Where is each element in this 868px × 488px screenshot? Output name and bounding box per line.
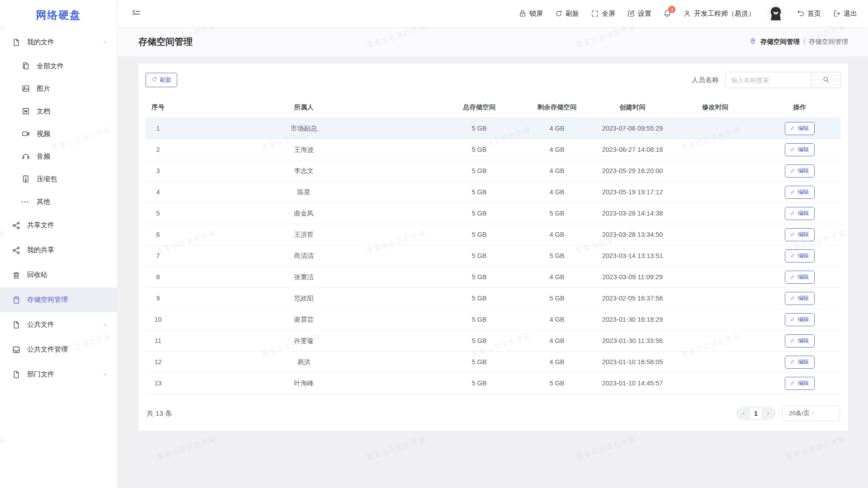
file-icon — [12, 370, 21, 379]
edit-button[interactable]: 编辑 — [785, 122, 815, 135]
table-row-7: 7商清清5 GB5 GB2023-03-14 13:13:51编辑 — [146, 245, 841, 267]
chevron-down-icon — [102, 322, 108, 328]
search-button[interactable] — [811, 72, 841, 88]
sidebar-subitem-archives[interactable]: 压缩包 — [0, 168, 117, 190]
sidebar-item-public-files-management[interactable]: 公共文件管理 — [0, 337, 117, 362]
chevron-down-icon — [810, 410, 816, 417]
topbar-lock-screen[interactable]: 锁屏 — [519, 9, 543, 18]
sidebar-item-my-shares[interactable]: 我的共享 — [0, 238, 117, 263]
refresh-icon — [151, 76, 157, 84]
table-cell: 李志文 — [170, 160, 437, 182]
edit-button[interactable]: 编辑 — [785, 334, 815, 347]
sidebar-subitem-all-files[interactable]: 全部文件 — [0, 55, 117, 77]
edit-button[interactable]: 编辑 — [785, 228, 815, 241]
table-cell: 2023-03-14 13:13:51 — [593, 245, 672, 267]
video-icon — [21, 129, 30, 138]
edit-button[interactable]: 编辑 — [785, 164, 815, 178]
sidebar-subitem-images[interactable]: 图片 — [0, 77, 117, 100]
table-cell: 2023-05-29 16:20:00 — [593, 160, 672, 182]
table-cell — [672, 288, 758, 309]
sidebar-subitem-others[interactable]: ···其他 — [0, 190, 117, 213]
breadcrumb: 存储空间管理 / 存储空间管理 — [749, 37, 848, 46]
edit-button-label: 编辑 — [798, 316, 809, 324]
page-number-current[interactable]: 1 — [750, 408, 762, 419]
search-icon — [822, 76, 830, 83]
edit-button[interactable]: 编辑 — [785, 313, 815, 326]
table-cell: 2023-06-27 14:08:18 — [593, 139, 672, 160]
user-icon — [683, 9, 691, 18]
refresh-icon — [151, 76, 157, 82]
table-cell: 王海波 — [170, 139, 437, 160]
table-cell: 4 GB — [521, 118, 593, 139]
table-cell — [672, 330, 758, 352]
table-cell: 范政阳 — [170, 288, 437, 309]
edit-button[interactable]: 编辑 — [785, 292, 815, 305]
edit-pen-icon — [790, 126, 796, 131]
table-row-6: 6王洪哲5 GB4 GB2023-03-28 13:34:50编辑 — [146, 224, 841, 245]
table-cell — [672, 182, 758, 203]
edit-button[interactable]: 编辑 — [785, 186, 815, 199]
topbar-current-user[interactable]: 开发工程师（易洪） — [683, 9, 755, 18]
edit-pen-icon — [790, 168, 796, 174]
table-cell: 2023-01-10 14:45:57 — [593, 373, 672, 394]
table-cell: 5 GB — [437, 373, 521, 394]
edit-button[interactable]: 编辑 — [785, 143, 815, 156]
search-input[interactable] — [725, 72, 811, 88]
page-size-select[interactable]: 20条/页 — [782, 406, 840, 421]
chevron-left-icon — [741, 411, 746, 416]
edit-pen-icon — [790, 147, 796, 152]
topbar-logout[interactable]: 退出 — [833, 9, 857, 18]
sidebar-item-label: 存储空间管理 — [27, 296, 68, 304]
sidebar-item-recycle-bin[interactable]: 回收站 — [0, 263, 117, 287]
edit-button-label: 编辑 — [798, 380, 809, 387]
topbar-item-label: 全屏 — [602, 9, 615, 18]
topbar-settings[interactable]: 设置 — [627, 9, 651, 18]
sidebar-subitem-documents[interactable]: 文档 — [0, 100, 117, 122]
table-cell-actions: 编辑 — [758, 160, 841, 182]
edit-button-label: 编辑 — [798, 188, 809, 196]
topbar-fullscreen[interactable]: 全屏 — [591, 9, 615, 18]
user-avatar[interactable] — [767, 5, 785, 23]
edit-button[interactable]: 编辑 — [785, 356, 815, 369]
edit-pen-icon — [790, 338, 796, 343]
edit-button[interactable]: 编辑 — [785, 271, 815, 284]
sidebar-item-label: 回收站 — [27, 271, 47, 279]
edit-button[interactable]: 编辑 — [785, 207, 815, 220]
column-header: 所属人 — [170, 98, 437, 118]
table-cell-actions: 编辑 — [758, 330, 841, 352]
topbar-notifications[interactable]: 3 — [663, 9, 671, 18]
location-pin-icon — [749, 37, 757, 46]
sidebar-subitem-audio[interactable]: 音频 — [0, 145, 117, 168]
edit-button-label: 编辑 — [798, 125, 809, 132]
sidebar-item-my-files[interactable]: 我的文件 — [0, 30, 117, 55]
edit-button[interactable]: 编辑 — [785, 249, 815, 263]
table-cell — [672, 267, 758, 288]
topbar-home[interactable]: 首页 — [797, 9, 821, 18]
file-icon — [12, 38, 21, 47]
table-cell — [672, 352, 758, 373]
sidebar-subitem-videos[interactable]: 视频 — [0, 122, 117, 145]
next-page-button[interactable] — [762, 407, 774, 420]
app-root: 网络硬盘 我的文件全部文件图片文档视频音频压缩包···其他共享文件我的共享回收站… — [0, 0, 868, 488]
sidebar-item-public-files[interactable]: 公共文件 — [0, 312, 117, 337]
table-cell: 易洪 — [170, 352, 437, 373]
topbar-refresh[interactable]: 刷新 — [555, 9, 579, 18]
table-cell-actions: 编辑 — [758, 118, 841, 139]
sidebar-item-label: 视频 — [37, 130, 50, 138]
sidebar-item-department-files[interactable]: 部门文件 — [0, 362, 117, 387]
previous-page-button[interactable] — [738, 407, 750, 420]
edit-button[interactable]: 编辑 — [785, 377, 815, 390]
table-cell: 10 — [146, 309, 170, 330]
refresh-table-button[interactable]: 刷新 — [146, 73, 177, 87]
table-cell: 5 GB — [521, 288, 593, 309]
table-cell: 陈星 — [170, 182, 437, 203]
storage-card: 刷新 人员名称 序号所属人总存储空间剩余存储空间 — [138, 64, 848, 431]
home-label: 首页 — [807, 9, 821, 18]
topbar-item-label: 锁屏 — [529, 9, 543, 18]
sidebar-item-storage-management[interactable]: 存储空间管理 — [0, 287, 117, 312]
sidebar-item-shared-files[interactable]: 共享文件 — [0, 213, 117, 238]
collapse-sidebar-button[interactable] — [131, 8, 141, 19]
table-cell-actions: 编辑 — [758, 352, 841, 373]
table-body: 1市场副总5 GB4 GB2023-07-06 09:55:29编辑2王海波5 … — [146, 118, 841, 394]
table-cell: 13 — [146, 373, 170, 394]
